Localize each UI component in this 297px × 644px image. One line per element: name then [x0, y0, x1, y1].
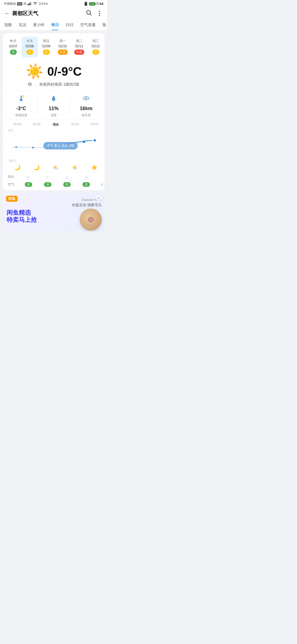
- day-badge-sun: 良: [43, 50, 50, 55]
- hourly-chart[interactable]: 0°C: [5, 128, 102, 163]
- day-date-today: 02/08: [26, 44, 34, 48]
- chart-icon-0: 🌙: [8, 165, 27, 171]
- day-item-wed[interactable]: 周三 02/12 良: [87, 37, 102, 58]
- chart-bottom-label: -15°C: [8, 159, 16, 162]
- ad-text-block: 闲鱼精选 特卖马上抢: [7, 209, 37, 224]
- wind-4: ▷: [96, 174, 102, 179]
- wind-row-label: 风向: [8, 174, 19, 179]
- air-4: 优: [96, 182, 102, 187]
- tab-15ri[interactable]: 15日: [62, 20, 77, 30]
- svg-point-19: [32, 147, 34, 149]
- day-date-wed: 02/12: [92, 44, 100, 48]
- svg-rect-2: [30, 2, 31, 5]
- day-badge-mon: 轻度: [58, 50, 68, 55]
- chart-icons-row: 🌙 🌙 ⛅ 🌤️ ☀️ ☀️: [5, 163, 102, 172]
- stat-visibility: 16km 能见度: [70, 94, 102, 117]
- svg-point-9: [22, 96, 24, 97]
- temperature-chart: [8, 128, 100, 161]
- tab-kongqi[interactable]: 空气质量: [77, 20, 99, 30]
- day-row: 昨天 02/07 优 今天 02/08 良 周日 02/09 良 周一 02/1…: [5, 37, 102, 58]
- day-badge-tue: 中度: [74, 50, 84, 55]
- air-badges: 优 优 优 优 优 优: [19, 182, 100, 187]
- time-label: 7:44: [96, 2, 103, 6]
- header-right: ⋮: [86, 10, 103, 17]
- visibility-icon: [82, 94, 90, 104]
- search-icon[interactable]: [86, 10, 92, 17]
- time-4: 09:00: [85, 122, 102, 127]
- day-item-yesterday[interactable]: 昨天 02/07 优: [5, 37, 21, 58]
- tab-shikuang[interactable]: 实况: [15, 20, 30, 30]
- ad-right: Charlotte Tilbury 轻盈定妆 隐匿毛孔: [72, 198, 102, 231]
- svg-rect-1: [29, 3, 29, 5]
- day-name-wed: 周三: [92, 39, 99, 43]
- feels-like-value: -3°C: [16, 106, 26, 111]
- chart-icon-1: 🌙: [27, 165, 46, 171]
- tab-meiri[interactable]: 每日: [48, 20, 62, 30]
- day-name-tue: 周二: [76, 39, 82, 43]
- chart-icon-2: ⛅: [46, 165, 65, 171]
- day-item-sun[interactable]: 周日 02/09 良: [38, 37, 54, 58]
- air-row-label: 空气: [8, 182, 19, 187]
- day-badge-wed: 良: [92, 50, 99, 55]
- temp-row: ☀️ 0/-9°C: [26, 63, 82, 80]
- day-date-tue: 02/11: [75, 44, 83, 48]
- visibility-value: 16km: [80, 106, 92, 111]
- day-name-yesterday: 昨天: [10, 39, 16, 43]
- sun-icon: ☀️: [26, 63, 43, 80]
- svg-rect-0: [28, 4, 28, 5]
- weather-description: 晴 ｜ 东南风转南风 1级转2级: [28, 82, 79, 87]
- stat-humidity: 11% 湿度: [37, 94, 70, 117]
- svg-line-11: [24, 95, 24, 96]
- humidity-value: 11%: [49, 106, 59, 111]
- signal-icon: [28, 2, 32, 6]
- condition-label: 晴: [28, 82, 32, 87]
- more-icon[interactable]: ⋮: [96, 10, 103, 17]
- tab-yu[interactable]: 预: [99, 20, 107, 30]
- day-badge-today: 良: [26, 50, 33, 55]
- air-1: 优: [38, 182, 57, 187]
- day-badge-yesterday: 优: [10, 50, 17, 55]
- time-1: 06:00: [27, 122, 46, 127]
- stat-feels-like: -3°C 体感温度: [5, 94, 37, 117]
- svg-point-20: [49, 146, 51, 148]
- ad-product-image: [80, 209, 102, 231]
- battery-icon: [89, 2, 95, 6]
- air-2: 优: [57, 182, 76, 187]
- back-button[interactable]: ←: [4, 10, 10, 17]
- wind-0: ▷: [19, 174, 38, 179]
- day-name-today: 今天: [26, 39, 33, 43]
- ad-title: 闲鱼精选 特卖马上抢: [7, 209, 37, 224]
- svg-point-18: [15, 146, 17, 148]
- day-item-mon[interactable]: 周一 02/10 轻度: [54, 37, 71, 58]
- header: ← 襄都区天气 ⋮: [0, 7, 107, 20]
- ad-banner[interactable]: 闲鱼 闲鱼精选 特卖马上抢 Charlotte Tilbury 轻盈定妆 隐匿毛…: [3, 193, 105, 231]
- svg-line-6: [90, 14, 92, 15]
- wifi-icon: [33, 2, 37, 6]
- wind-2: △: [57, 174, 76, 179]
- day-item-tue[interactable]: 周二 02/11 中度: [71, 37, 87, 58]
- speed-label: 110 K/s: [38, 2, 48, 5]
- page-title: 襄都区天气: [12, 10, 38, 17]
- tab-xiaoshi[interactable]: 逐小时: [30, 20, 48, 30]
- wind-1: ▷: [38, 174, 57, 179]
- chart-icon-3: 🌤️: [65, 165, 85, 171]
- tab-zhishu[interactable]: 指数: [1, 20, 15, 30]
- status-bar: 中国电信 HD 46 110 K/s 📳 7:44: [0, 0, 107, 7]
- wind-label: 东南风转南风 1级转2级: [39, 82, 79, 87]
- carrier-label: 中国电信: [4, 2, 16, 6]
- svg-point-15: [86, 98, 87, 99]
- svg-point-4: [35, 4, 35, 5]
- ad-logo: 闲鱼: [6, 196, 18, 202]
- air-0: 优: [19, 182, 38, 187]
- air-badge-2: 优: [63, 182, 71, 187]
- time-0: 05:00: [8, 122, 27, 127]
- day-date-yesterday: 02/07: [9, 44, 17, 48]
- day-item-today[interactable]: 今天 02/08 良: [21, 37, 38, 58]
- wind-icons: ▷ ▷ △ △ ▷ ▷: [19, 174, 100, 179]
- stats-row: -3°C 体感温度 11% 湿度: [5, 91, 102, 119]
- air-badge-0: 优: [25, 182, 32, 187]
- day-selector: 昨天 02/07 优 今天 02/08 良 周日 02/09 良 周一 02/1…: [3, 33, 105, 190]
- humidity-label: 湿度: [51, 113, 57, 117]
- svg-point-8: [20, 99, 23, 101]
- ad-close-button[interactable]: ×: [96, 195, 102, 201]
